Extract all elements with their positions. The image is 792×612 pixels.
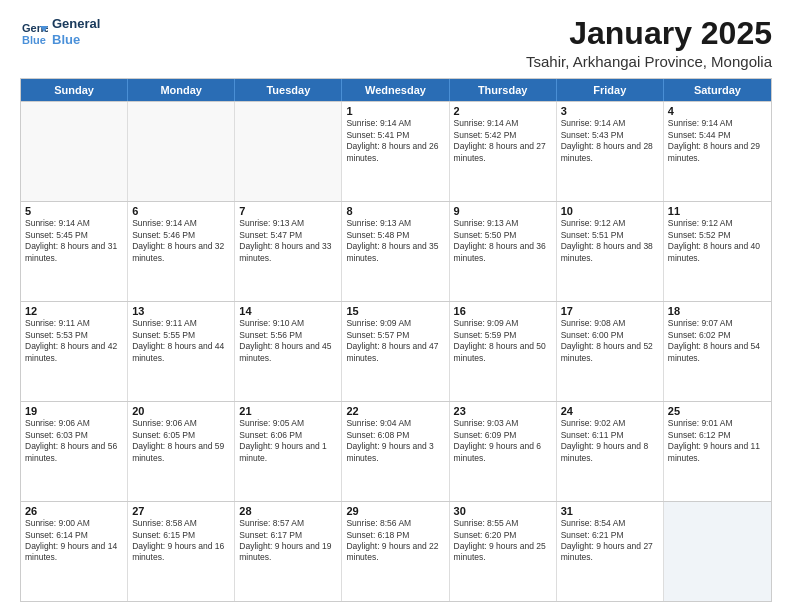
day-number: 17 [561,305,659,317]
cell-content: Sunrise: 9:07 AM Sunset: 6:02 PM Dayligh… [668,318,767,364]
day-number: 2 [454,105,552,117]
cell-content: Sunrise: 9:11 AM Sunset: 5:53 PM Dayligh… [25,318,123,364]
cell-content: Sunrise: 9:06 AM Sunset: 6:03 PM Dayligh… [25,418,123,464]
cal-cell: 20Sunrise: 9:06 AM Sunset: 6:05 PM Dayli… [128,402,235,501]
day-number: 3 [561,105,659,117]
day-number: 10 [561,205,659,217]
logo-line1: General [52,16,100,32]
cal-cell: 5Sunrise: 9:14 AM Sunset: 5:45 PM Daylig… [21,202,128,301]
day-number: 28 [239,505,337,517]
page-header: General Blue General Blue January 2025 T… [20,16,772,70]
cell-content: Sunrise: 9:14 AM Sunset: 5:44 PM Dayligh… [668,118,767,164]
day-number: 5 [25,205,123,217]
day-number: 25 [668,405,767,417]
cell-content: Sunrise: 9:14 AM Sunset: 5:41 PM Dayligh… [346,118,444,164]
cell-content: Sunrise: 9:10 AM Sunset: 5:56 PM Dayligh… [239,318,337,364]
cal-cell: 29Sunrise: 8:56 AM Sunset: 6:18 PM Dayli… [342,502,449,601]
cell-content: Sunrise: 9:12 AM Sunset: 5:52 PM Dayligh… [668,218,767,264]
day-number: 11 [668,205,767,217]
cal-cell: 26Sunrise: 9:00 AM Sunset: 6:14 PM Dayli… [21,502,128,601]
day-number: 21 [239,405,337,417]
cell-content: Sunrise: 8:56 AM Sunset: 6:18 PM Dayligh… [346,518,444,564]
cell-content: Sunrise: 9:05 AM Sunset: 6:06 PM Dayligh… [239,418,337,464]
cal-cell: 22Sunrise: 9:04 AM Sunset: 6:08 PM Dayli… [342,402,449,501]
day-number: 14 [239,305,337,317]
week-row-4: 19Sunrise: 9:06 AM Sunset: 6:03 PM Dayli… [21,401,771,501]
page-subtitle: Tsahir, Arkhangai Province, Mongolia [526,53,772,70]
day-number: 18 [668,305,767,317]
cell-content: Sunrise: 9:00 AM Sunset: 6:14 PM Dayligh… [25,518,123,564]
day-number: 24 [561,405,659,417]
cal-cell: 9Sunrise: 9:13 AM Sunset: 5:50 PM Daylig… [450,202,557,301]
cell-content: Sunrise: 9:06 AM Sunset: 6:05 PM Dayligh… [132,418,230,464]
cal-cell: 31Sunrise: 8:54 AM Sunset: 6:21 PM Dayli… [557,502,664,601]
cell-content: Sunrise: 9:14 AM Sunset: 5:45 PM Dayligh… [25,218,123,264]
week-row-5: 26Sunrise: 9:00 AM Sunset: 6:14 PM Dayli… [21,501,771,601]
cell-content: Sunrise: 9:08 AM Sunset: 6:00 PM Dayligh… [561,318,659,364]
cal-cell: 25Sunrise: 9:01 AM Sunset: 6:12 PM Dayli… [664,402,771,501]
week-row-3: 12Sunrise: 9:11 AM Sunset: 5:53 PM Dayli… [21,301,771,401]
cell-content: Sunrise: 9:09 AM Sunset: 5:57 PM Dayligh… [346,318,444,364]
cal-cell: 6Sunrise: 9:14 AM Sunset: 5:46 PM Daylig… [128,202,235,301]
logo: General Blue General Blue [20,16,100,47]
cal-cell: 8Sunrise: 9:13 AM Sunset: 5:48 PM Daylig… [342,202,449,301]
day-number: 13 [132,305,230,317]
day-header-thursday: Thursday [450,79,557,101]
cal-cell [664,502,771,601]
cell-content: Sunrise: 9:11 AM Sunset: 5:55 PM Dayligh… [132,318,230,364]
cell-content: Sunrise: 9:13 AM Sunset: 5:48 PM Dayligh… [346,218,444,264]
cal-cell: 13Sunrise: 9:11 AM Sunset: 5:55 PM Dayli… [128,302,235,401]
cell-content: Sunrise: 8:58 AM Sunset: 6:15 PM Dayligh… [132,518,230,564]
cal-cell: 21Sunrise: 9:05 AM Sunset: 6:06 PM Dayli… [235,402,342,501]
cal-cell: 1Sunrise: 9:14 AM Sunset: 5:41 PM Daylig… [342,102,449,201]
cal-cell: 16Sunrise: 9:09 AM Sunset: 5:59 PM Dayli… [450,302,557,401]
cell-content: Sunrise: 8:54 AM Sunset: 6:21 PM Dayligh… [561,518,659,564]
title-block: January 2025 Tsahir, Arkhangai Province,… [526,16,772,70]
day-number: 30 [454,505,552,517]
cal-cell: 18Sunrise: 9:07 AM Sunset: 6:02 PM Dayli… [664,302,771,401]
cell-content: Sunrise: 9:14 AM Sunset: 5:42 PM Dayligh… [454,118,552,164]
cal-cell: 2Sunrise: 9:14 AM Sunset: 5:42 PM Daylig… [450,102,557,201]
cal-cell [21,102,128,201]
calendar: SundayMondayTuesdayWednesdayThursdayFrid… [20,78,772,602]
page-title: January 2025 [526,16,772,51]
calendar-header: SundayMondayTuesdayWednesdayThursdayFrid… [21,79,771,101]
day-number: 1 [346,105,444,117]
day-header-wednesday: Wednesday [342,79,449,101]
cell-content: Sunrise: 9:02 AM Sunset: 6:11 PM Dayligh… [561,418,659,464]
day-number: 20 [132,405,230,417]
cell-content: Sunrise: 9:01 AM Sunset: 6:12 PM Dayligh… [668,418,767,464]
day-header-saturday: Saturday [664,79,771,101]
cal-cell: 14Sunrise: 9:10 AM Sunset: 5:56 PM Dayli… [235,302,342,401]
day-number: 12 [25,305,123,317]
day-number: 6 [132,205,230,217]
cell-content: Sunrise: 9:14 AM Sunset: 5:46 PM Dayligh… [132,218,230,264]
cal-cell: 10Sunrise: 9:12 AM Sunset: 5:51 PM Dayli… [557,202,664,301]
cal-cell: 28Sunrise: 8:57 AM Sunset: 6:17 PM Dayli… [235,502,342,601]
day-number: 27 [132,505,230,517]
cal-cell: 12Sunrise: 9:11 AM Sunset: 5:53 PM Dayli… [21,302,128,401]
day-header-friday: Friday [557,79,664,101]
day-number: 8 [346,205,444,217]
day-header-sunday: Sunday [21,79,128,101]
week-row-1: 1Sunrise: 9:14 AM Sunset: 5:41 PM Daylig… [21,101,771,201]
cal-cell: 27Sunrise: 8:58 AM Sunset: 6:15 PM Dayli… [128,502,235,601]
cell-content: Sunrise: 9:14 AM Sunset: 5:43 PM Dayligh… [561,118,659,164]
cal-cell: 15Sunrise: 9:09 AM Sunset: 5:57 PM Dayli… [342,302,449,401]
cal-cell [235,102,342,201]
cell-content: Sunrise: 9:13 AM Sunset: 5:47 PM Dayligh… [239,218,337,264]
day-number: 7 [239,205,337,217]
cell-content: Sunrise: 8:57 AM Sunset: 6:17 PM Dayligh… [239,518,337,564]
day-number: 31 [561,505,659,517]
day-number: 15 [346,305,444,317]
cal-cell: 30Sunrise: 8:55 AM Sunset: 6:20 PM Dayli… [450,502,557,601]
cal-cell: 4Sunrise: 9:14 AM Sunset: 5:44 PM Daylig… [664,102,771,201]
logo-icon: General Blue [20,18,48,46]
cal-cell: 17Sunrise: 9:08 AM Sunset: 6:00 PM Dayli… [557,302,664,401]
day-header-monday: Monday [128,79,235,101]
svg-text:Blue: Blue [22,34,46,46]
day-number: 16 [454,305,552,317]
cell-content: Sunrise: 9:03 AM Sunset: 6:09 PM Dayligh… [454,418,552,464]
cell-content: Sunrise: 8:55 AM Sunset: 6:20 PM Dayligh… [454,518,552,564]
cal-cell: 19Sunrise: 9:06 AM Sunset: 6:03 PM Dayli… [21,402,128,501]
